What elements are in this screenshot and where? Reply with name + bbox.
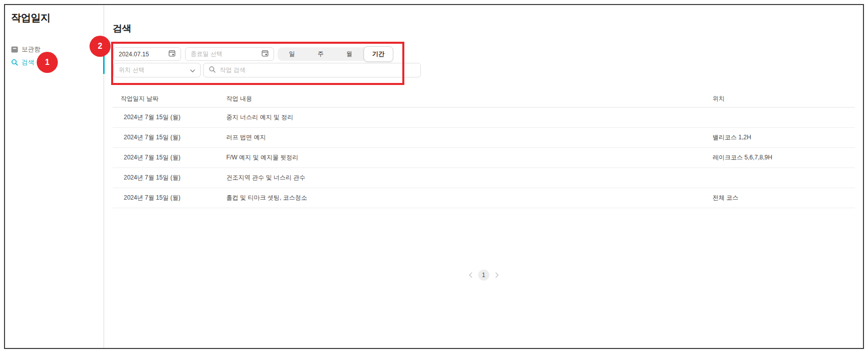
pagination: 1: [104, 270, 863, 281]
main-content: 검색 2024.07.15 종료일 선택 일 주 월 기간 위치 선택: [104, 5, 863, 348]
work-search-placeholder: 작업 검색: [220, 66, 245, 74]
table-row[interactable]: 2024년 7월 15일 (월) 홀컵 및 티마크 셋팅, 코스청소 전체 코스: [113, 188, 855, 208]
next-page-button[interactable]: [494, 272, 500, 278]
annotation-badge-1: 1: [37, 52, 58, 73]
location-select-placeholder: 위치 선택: [119, 66, 144, 74]
cell-date: 2024년 7월 15일 (월): [113, 113, 226, 122]
table-row[interactable]: 2024년 7월 15일 (월) 러프 법면 예지 밸리코스 1,2H: [113, 128, 855, 148]
cell-content: F/W 예지 및 예지물 뒷정리: [226, 153, 713, 162]
column-header-location: 위치: [713, 95, 855, 103]
sidebar-item-label: 검색: [22, 58, 34, 67]
start-date-value: 2024.07.15: [119, 51, 149, 58]
sidebar-item-archive[interactable]: 보관함: [11, 44, 41, 54]
app-title: 작업일지: [11, 11, 50, 25]
cell-date: 2024년 7월 15일 (월): [113, 194, 226, 202]
start-date-input[interactable]: 2024.07.15: [113, 47, 181, 61]
cell-content: 홀컵 및 티마크 셋팅, 코스청소: [226, 194, 713, 202]
location-select[interactable]: 위치 선택: [113, 63, 201, 77]
chevron-down-icon: [190, 67, 195, 74]
tab-day[interactable]: 일: [278, 47, 306, 61]
table-row[interactable]: 2024년 7월 15일 (월) 중지 너스리 예지 및 정리: [113, 108, 855, 128]
search-icon: [11, 59, 18, 66]
table-body: 2024년 7월 15일 (월) 중지 너스리 예지 및 정리 2024년 7월…: [113, 108, 855, 208]
cell-date: 2024년 7월 15일 (월): [113, 133, 226, 142]
cell-content: 중지 너스리 예지 및 정리: [226, 113, 713, 122]
calendar-icon[interactable]: [168, 50, 176, 58]
period-tabs: 일 주 월 기간: [278, 47, 393, 61]
table-row[interactable]: 2024년 7월 15일 (월) 건조지역 관수 및 너스리 관수: [113, 168, 855, 188]
app-window: 작업일지 보관함 검색 1 2 검색 2024.07.15 종료일 선택: [4, 4, 864, 349]
end-date-input[interactable]: 종료일 선택: [185, 47, 274, 61]
table-header: 작업일지 날짜 작업 내용 위치: [113, 91, 855, 108]
tab-period[interactable]: 기간: [364, 46, 393, 62]
tab-week[interactable]: 주: [306, 47, 335, 61]
cell-location: 밸리코스 1,2H: [713, 133, 855, 142]
cell-date: 2024년 7월 15일 (월): [113, 173, 226, 182]
page-title: 검색: [113, 22, 131, 35]
page-number[interactable]: 1: [478, 270, 489, 281]
annotation-badge-2: 2: [90, 36, 111, 57]
prev-page-button[interactable]: [468, 272, 474, 278]
cell-location: 전체 코스: [713, 194, 855, 202]
column-header-content: 작업 내용: [226, 95, 713, 103]
sidebar-item-label: 보관함: [22, 45, 41, 54]
cell-content: 러프 법면 예지: [226, 133, 713, 142]
column-header-date: 작업일지 날짜: [113, 95, 226, 103]
tab-month[interactable]: 월: [335, 47, 364, 61]
archive-icon: [11, 46, 18, 53]
cell-location: 레이크코스 5,6,7,8,9H: [713, 153, 855, 162]
search-icon: [209, 66, 216, 74]
calendar-icon[interactable]: [262, 50, 269, 58]
work-search-input[interactable]: 작업 검색: [203, 63, 421, 77]
worklog-table: 작업일지 날짜 작업 내용 위치 2024년 7월 15일 (월) 중지 너스리…: [113, 91, 855, 208]
cell-content: 건조지역 관수 및 너스리 관수: [226, 173, 713, 182]
cell-date: 2024년 7월 15일 (월): [113, 153, 226, 162]
active-section-indicator: [103, 55, 105, 74]
end-date-placeholder: 종료일 선택: [191, 50, 222, 58]
sidebar-item-search[interactable]: 검색: [11, 57, 34, 67]
table-row[interactable]: 2024년 7월 15일 (월) F/W 예지 및 예지물 뒷정리 레이크코스 …: [113, 148, 855, 168]
